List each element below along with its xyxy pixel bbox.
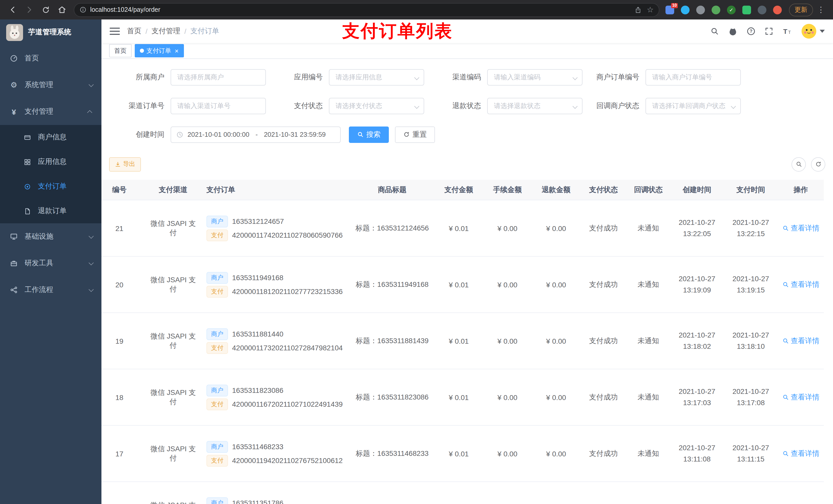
search-button[interactable]: 搜索 [349, 126, 389, 143]
browser-home-button[interactable] [54, 2, 70, 18]
collapse-sidebar-icon[interactable] [110, 28, 120, 35]
create-time-range-picker[interactable]: 2021-10-01 00:00:00 - 2021-10-31 23:59:5… [171, 126, 341, 143]
created-date: 2021-10-27 [673, 386, 721, 398]
font-size-icon[interactable]: TT [782, 27, 792, 36]
merchant-order-no-input[interactable] [645, 69, 741, 86]
view-detail-label: 查看详情 [791, 449, 819, 458]
pay-order-no: 4200001173202110272847982104 [232, 344, 343, 352]
cell-notify: 未通知 [626, 313, 670, 369]
browser-reload-button[interactable] [38, 2, 53, 18]
sidebar-item-refund-order[interactable]: 退款订单 [0, 199, 101, 223]
table-header-row: 编号 支付渠道 支付订单 商品标题 支付金额 手续金额 退款金额 支付状态 回调… [101, 180, 824, 200]
tabs-bar: 首页 支付订单 × [101, 43, 833, 59]
sidebar-item-workflow[interactable]: 工作流程 [0, 277, 101, 303]
table-row: 16 微信 JSAPI 支付 商户 1635311351786 支付 [101, 482, 824, 504]
app-logo[interactable]: 芋道管理系统 [0, 20, 101, 45]
cell-status: 支付成功 [580, 200, 626, 257]
extension-icon[interactable]: ✓ [727, 5, 736, 14]
cell-pay-order: 商户 1635311351786 支付 [201, 482, 350, 504]
cell-created [670, 482, 724, 504]
search-icon[interactable] [710, 27, 719, 36]
extension-icon[interactable] [758, 5, 766, 14]
breadcrumb-home[interactable]: 首页 [127, 27, 141, 36]
help-icon[interactable]: ? [746, 27, 756, 36]
cell-fee [483, 482, 532, 504]
breadcrumb-payment[interactable]: 支付管理 [152, 27, 180, 36]
search-button-label: 搜索 [366, 130, 381, 139]
cell-pay-order: 商户 1635311949168 支付 42000011812021102777… [201, 257, 350, 313]
export-button[interactable]: 导出 [109, 157, 141, 172]
col-created: 创建时间 [670, 180, 724, 200]
filter-row-1: 所属商户 应用编号 渠道编码 商户订单编号 [109, 69, 825, 86]
sidebar-item-app-info[interactable]: 应用信息 [0, 149, 101, 174]
cell-title: 标题：1635311949168 [350, 257, 434, 313]
extension-icon[interactable] [696, 5, 705, 14]
user-avatar[interactable] [801, 24, 825, 39]
tab-label: 支付订单 [146, 46, 171, 55]
view-detail-link[interactable]: 查看详情 [782, 449, 819, 458]
extension-icon[interactable] [773, 5, 782, 14]
sidebar-item-dev-tools[interactable]: 研发工具 [0, 250, 101, 277]
browser-update-button[interactable]: 更新 [789, 3, 813, 16]
view-detail-label: 查看详情 [791, 280, 819, 289]
channel-order-no-input[interactable] [171, 98, 266, 114]
extension-icon[interactable] [681, 5, 690, 14]
view-detail-link[interactable]: 查看详情 [782, 392, 819, 402]
tab-pay-order[interactable]: 支付订单 × [135, 44, 184, 57]
chevron-down-icon [89, 82, 94, 87]
main-content: 所属商户 应用编号 渠道编码 商户订单编号 [101, 59, 833, 504]
pay-status-select[interactable] [329, 98, 424, 114]
bookmark-star-icon[interactable]: ☆ [647, 5, 654, 14]
sidebar-item-system[interactable]: ⚙ 系统管理 [0, 72, 101, 98]
pay-order-no: 4200001194202110276752100612 [232, 457, 343, 465]
site-info-icon[interactable] [79, 6, 87, 13]
notify-status-select[interactable] [645, 98, 741, 114]
browser-forward-button[interactable] [22, 2, 37, 18]
fullscreen-icon[interactable] [764, 27, 774, 36]
view-detail-link[interactable]: 查看详情 [782, 223, 819, 233]
github-icon[interactable] [728, 26, 738, 36]
toggle-search-button[interactable] [791, 157, 806, 172]
table-toolbar: 导出 [109, 157, 825, 172]
cell-id: 17 [101, 426, 145, 482]
cell-channel: 微信 JSAPI 支付 [145, 313, 201, 369]
channel-code-select[interactable] [487, 69, 582, 86]
app-title: 芋道管理系统 [28, 28, 71, 37]
browser-back-button[interactable] [5, 2, 21, 18]
created-date: 2021-10-27 [673, 217, 721, 229]
chevron-down-icon [820, 30, 825, 33]
reset-button[interactable]: 重置 [395, 126, 435, 143]
browser-menu-icon[interactable]: ⋮ [814, 5, 828, 14]
extension-icon[interactable] [712, 5, 720, 14]
view-detail-link[interactable]: 查看详情 [782, 280, 819, 289]
app-id-select[interactable] [329, 69, 424, 86]
tab-home[interactable]: 首页 [109, 44, 132, 57]
created-time: 13:19:09 [673, 285, 721, 296]
share-icon[interactable] [634, 6, 642, 14]
refund-status-select[interactable] [487, 98, 582, 114]
extension-icon[interactable] [742, 5, 751, 14]
cell-id: 21 [101, 200, 145, 257]
address-bar[interactable]: localhost:1024/pay/order ☆ [74, 3, 659, 17]
payment-submenu: 商户信息 应用信息 支付订单 [0, 125, 101, 223]
sidebar-item-home[interactable]: 首页 [0, 45, 101, 72]
created-date: 2021-10-27 [673, 274, 721, 285]
extension-icon[interactable]: 10 [665, 5, 674, 14]
chevron-down-icon [89, 233, 94, 238]
cell-amount: ¥ 0.01 [434, 313, 483, 369]
field-label: 渠道订单号 [119, 101, 171, 111]
refresh-button[interactable] [811, 157, 825, 172]
merchant-order-no: 1635311881440 [232, 330, 283, 338]
sidebar-item-infrastructure[interactable]: 基础设施 [0, 223, 101, 250]
top-navbar: 首页 / 支付管理 / 支付订单 支付订单列表 ? [101, 20, 833, 43]
svg-text:T: T [788, 30, 791, 34]
merchant-select[interactable] [171, 69, 266, 86]
breadcrumb-separator: / [145, 27, 147, 35]
sidebar-item-payment[interactable]: ¥ 支付管理 [0, 98, 101, 125]
sidebar-item-pay-order[interactable]: 支付订单 [0, 174, 101, 199]
cell-channel: 微信 JSAPI 支付 [145, 200, 201, 257]
view-detail-link[interactable]: 查看详情 [782, 336, 819, 345]
close-icon[interactable]: × [175, 47, 178, 54]
sidebar-item-merchant-info[interactable]: 商户信息 [0, 125, 101, 149]
sidebar-item-label: 基础设施 [25, 232, 53, 241]
